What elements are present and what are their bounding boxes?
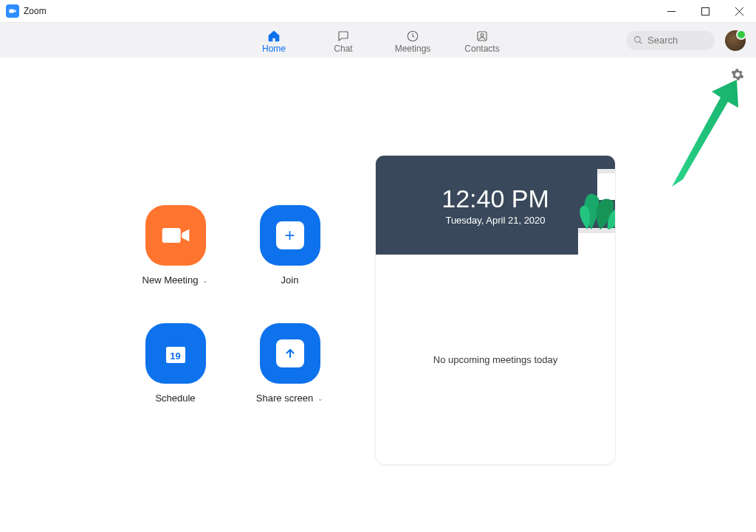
empty-state-text: No upcoming meetings today: [433, 354, 557, 365]
chevron-down-icon: ⌄: [202, 277, 208, 284]
svg-marker-9: [672, 80, 738, 187]
card-body: No upcoming meetings today: [376, 255, 615, 464]
card-header: 12:40 PM Tuesday, April 21, 2020: [376, 156, 615, 255]
search-input[interactable]: Search: [626, 31, 715, 50]
svg-rect-1: [701, 7, 709, 15]
tab-label: Chat: [334, 44, 352, 54]
tab-chat[interactable]: Chat: [323, 23, 364, 58]
settings-button[interactable]: [731, 68, 744, 81]
chat-icon: [335, 30, 351, 43]
main-content: New Meeting ⌄ + Join 19 Schedule: [0, 58, 756, 532]
svg-point-6: [481, 34, 484, 37]
new-meeting-button[interactable]: [145, 205, 206, 266]
calendar-icon: 19: [165, 342, 187, 365]
action-schedule: 19 Schedule: [126, 323, 225, 441]
action-share-screen: Share screen ⌄: [240, 323, 340, 441]
share-screen-button[interactable]: [260, 323, 320, 384]
window-title: Zoom: [24, 6, 47, 16]
svg-point-7: [635, 37, 641, 43]
schedule-button[interactable]: 19: [145, 323, 206, 384]
tab-contacts[interactable]: Contacts: [461, 23, 503, 58]
annotation-arrow: [657, 72, 746, 190]
gear-icon: [731, 68, 744, 81]
tab-label: Meetings: [395, 44, 431, 54]
tab-label: Home: [262, 44, 286, 54]
clock-date: Tuesday, April 21, 2020: [445, 215, 545, 226]
video-icon: [161, 221, 190, 250]
svg-rect-11: [597, 169, 615, 173]
avatar[interactable]: [725, 30, 746, 51]
upcoming-card: 12:40 PM Tuesday, April 21, 2020 No upco…: [375, 155, 616, 465]
svg-line-8: [639, 41, 642, 44]
tab-label: Contacts: [464, 44, 499, 54]
main-toolbar: Home Chat Meetings Contacts Search: [0, 22, 756, 58]
chevron-down-icon: ⌄: [317, 395, 323, 402]
clock-time: 12:40 PM: [441, 184, 549, 213]
home-actions: New Meeting ⌄ + Join 19 Schedule: [126, 205, 340, 441]
window-titlebar: Zoom: [0, 0, 756, 22]
window-controls: [654, 0, 756, 22]
action-join: + Join: [240, 205, 340, 323]
action-label: Join: [281, 274, 299, 286]
action-label[interactable]: Share screen ⌄: [256, 393, 323, 404]
tab-meetings[interactable]: Meetings: [392, 23, 433, 58]
join-button[interactable]: +: [260, 205, 320, 266]
plus-icon: +: [276, 221, 304, 249]
action-label: Schedule: [155, 393, 195, 404]
maximize-button[interactable]: [688, 0, 722, 22]
close-button[interactable]: [722, 0, 756, 22]
zoom-logo-icon: [6, 4, 19, 18]
tab-home[interactable]: Home: [253, 23, 295, 58]
home-icon: [266, 30, 282, 43]
search-icon: [633, 35, 643, 45]
action-label[interactable]: New Meeting ⌄: [142, 274, 209, 286]
contacts-icon: [474, 30, 490, 43]
arrow-up-icon: [276, 339, 304, 367]
decorative-plant-icon: [547, 176, 615, 255]
action-new-meeting: New Meeting ⌄: [126, 205, 225, 323]
search-placeholder: Search: [647, 35, 678, 46]
minimize-button[interactable]: [654, 0, 688, 22]
clock-icon: [405, 30, 421, 43]
